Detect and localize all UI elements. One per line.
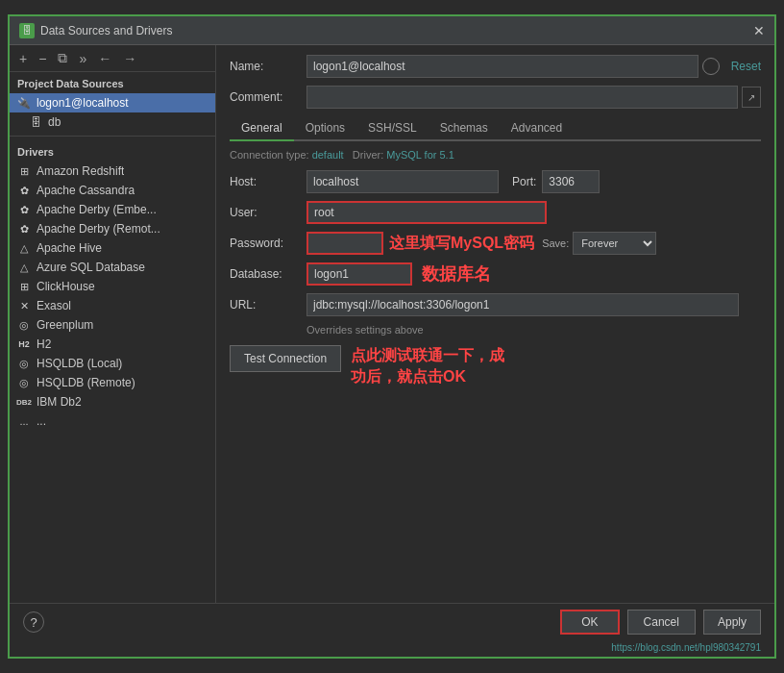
driver-apache-cassandra[interactable]: ✿ Apache Cassandra bbox=[10, 181, 215, 200]
driver-amazon-redshift[interactable]: ⊞ Amazon Redshift bbox=[10, 162, 215, 181]
bottom-left: ? bbox=[23, 611, 44, 633]
driver-more-label: ... bbox=[37, 414, 46, 428]
db-icon-2: 🗄 bbox=[29, 115, 42, 129]
tab-schemas[interactable]: Schemas bbox=[429, 116, 500, 141]
database-input[interactable] bbox=[306, 262, 412, 286]
driver-hive-label: Apache Hive bbox=[37, 241, 102, 255]
database-row: Database: 数据库名 bbox=[230, 262, 761, 286]
host-row: Host: Port: bbox=[230, 170, 761, 193]
url-row: URL: bbox=[230, 293, 761, 316]
h2-icon: H2 bbox=[17, 337, 31, 351]
host-label: Host: bbox=[230, 175, 306, 188]
tree-item-logon-label: logon1@localhost bbox=[37, 96, 129, 110]
ibm-db2-icon: DB2 bbox=[17, 395, 31, 409]
clickhouse-icon: ⊞ bbox=[17, 280, 31, 293]
url-input[interactable] bbox=[306, 293, 739, 316]
url-label: URL: bbox=[230, 298, 306, 312]
driver-clickhouse[interactable]: ⊞ ClickHouse bbox=[10, 277, 215, 296]
apply-button[interactable]: Apply bbox=[703, 610, 761, 635]
test-annotation: 点此测试联通一下，成功后，就点击OK bbox=[351, 345, 504, 388]
close-button[interactable]: ✕ bbox=[753, 23, 765, 38]
tab-advanced[interactable]: Advanced bbox=[500, 116, 574, 141]
save-label: Save: bbox=[542, 237, 569, 249]
tree-item-db[interactable]: 🗄 db bbox=[10, 112, 215, 132]
derby-remote-icon: ✿ bbox=[17, 222, 31, 236]
help-button[interactable]: ? bbox=[23, 611, 44, 633]
hsqldb-local-icon: ◎ bbox=[17, 357, 31, 370]
tab-general[interactable]: General bbox=[230, 116, 294, 141]
remove-button[interactable]: − bbox=[35, 49, 50, 68]
bottom-right: OK Cancel Apply bbox=[560, 610, 761, 635]
title-bar: 🗄 Data Sources and Drivers ✕ bbox=[10, 16, 774, 45]
test-connection-button[interactable]: Test Connection bbox=[230, 345, 341, 372]
driver-h2-label: H2 bbox=[37, 337, 51, 351]
port-label: Port: bbox=[512, 175, 536, 188]
user-input[interactable] bbox=[306, 201, 547, 224]
azure-icon: △ bbox=[17, 261, 31, 274]
user-row: User: bbox=[230, 201, 761, 224]
bottom-wrapper: ? OK Cancel Apply https://blog.csdn.net/… bbox=[10, 603, 774, 657]
driver-azure-sql[interactable]: △ Azure SQL Database bbox=[10, 258, 215, 277]
name-input[interactable] bbox=[306, 55, 698, 78]
user-label: User: bbox=[230, 206, 306, 219]
right-panel: Name: Reset Comment: ↗ General Options S… bbox=[216, 45, 774, 603]
driver-derby-embed-label: Apache Derby (Embe... bbox=[37, 203, 157, 216]
expand-comment-button[interactable]: ↗ bbox=[742, 87, 761, 108]
copy-button[interactable]: ⧉ bbox=[54, 48, 71, 68]
driver-hsqldb-remote-label: HSQLDB (Remote) bbox=[37, 376, 135, 389]
password-input[interactable] bbox=[306, 232, 383, 255]
driver-ibm-db2-label: IBM Db2 bbox=[37, 395, 82, 409]
tab-options[interactable]: Options bbox=[294, 116, 356, 141]
more-button[interactable]: » bbox=[75, 49, 90, 68]
separator-1 bbox=[10, 136, 215, 137]
reset-link[interactable]: Reset bbox=[731, 60, 761, 73]
tree-item-logon[interactable]: 🔌 logon1@localhost bbox=[10, 93, 215, 112]
derby-embed-icon: ✿ bbox=[17, 203, 31, 216]
comment-row: Comment: ↗ bbox=[230, 86, 761, 109]
window-title: Data Sources and Drivers bbox=[40, 24, 172, 37]
driver-hsqldb-local[interactable]: ◎ HSQLDB (Local) bbox=[10, 354, 215, 373]
driver-ibm-db2[interactable]: DB2 IBM Db2 bbox=[10, 392, 215, 411]
comment-input[interactable] bbox=[306, 86, 738, 109]
comment-label: Comment: bbox=[230, 90, 306, 104]
ok-button[interactable]: OK bbox=[560, 610, 619, 635]
driver-clickhouse-label: ClickHouse bbox=[37, 280, 95, 293]
driver-h2[interactable]: H2 H2 bbox=[10, 335, 215, 354]
forward-button[interactable]: → bbox=[119, 49, 140, 68]
host-input[interactable] bbox=[306, 170, 499, 193]
back-button[interactable]: ← bbox=[94, 49, 115, 68]
driver-greenplum[interactable]: ◎ Greenplum bbox=[10, 315, 215, 335]
connection-type-link[interactable]: default bbox=[312, 149, 344, 161]
driver-exasol[interactable]: ✕ Exasol bbox=[10, 296, 215, 315]
save-select[interactable]: Forever Until restart Never bbox=[573, 232, 656, 255]
drivers-section-header: Drivers bbox=[10, 140, 215, 162]
driver-hsqldb-remote[interactable]: ◎ HSQLDB (Remote) bbox=[10, 373, 215, 392]
toolbar: + − ⧉ » ← → bbox=[10, 45, 215, 72]
driver-apache-derby-remote[interactable]: ✿ Apache Derby (Remot... bbox=[10, 219, 215, 238]
driver-more[interactable]: ... ... bbox=[10, 411, 215, 431]
save-dropdown: Save: Forever Until restart Never bbox=[542, 232, 656, 255]
tree-item-db-label: db bbox=[48, 115, 61, 129]
greenplum-icon: ◎ bbox=[17, 318, 31, 332]
password-row: Password: 这里填写MySQL密码 Save: Forever Unti… bbox=[230, 232, 761, 255]
driver-apache-derby-embed[interactable]: ✿ Apache Derby (Embe... bbox=[10, 200, 215, 219]
left-panel: + − ⧉ » ← → Project Data Sources 🔌 logon… bbox=[10, 45, 216, 603]
drivers-list: ⊞ Amazon Redshift ✿ Apache Cassandra ✿ A… bbox=[10, 162, 215, 603]
exasol-icon: ✕ bbox=[17, 299, 31, 312]
more-drivers-icon: ... bbox=[17, 414, 31, 428]
driver-link[interactable]: MySQL for 5.1 bbox=[386, 149, 454, 161]
add-button[interactable]: + bbox=[15, 49, 31, 68]
name-label: Name: bbox=[230, 60, 306, 73]
tab-bar: General Options SSH/SSL Schemas Advanced bbox=[230, 116, 761, 141]
password-label: Password: bbox=[230, 237, 306, 250]
cancel-button[interactable]: Cancel bbox=[627, 610, 696, 635]
port-input[interactable] bbox=[542, 170, 600, 193]
name-input-wrapper: Reset bbox=[306, 55, 761, 78]
password-annotation: 这里填写MySQL密码 bbox=[389, 234, 534, 254]
database-label: Database: bbox=[230, 267, 306, 281]
connection-info: Connection type: default Driver: MySQL f… bbox=[230, 149, 761, 161]
main-dialog: 🗄 Data Sources and Drivers ✕ + − ⧉ » ← →… bbox=[8, 14, 776, 659]
tab-ssh-ssl[interactable]: SSH/SSL bbox=[356, 116, 429, 141]
main-content: + − ⧉ » ← → Project Data Sources 🔌 logon… bbox=[10, 45, 774, 603]
driver-apache-hive[interactable]: △ Apache Hive bbox=[10, 238, 215, 258]
